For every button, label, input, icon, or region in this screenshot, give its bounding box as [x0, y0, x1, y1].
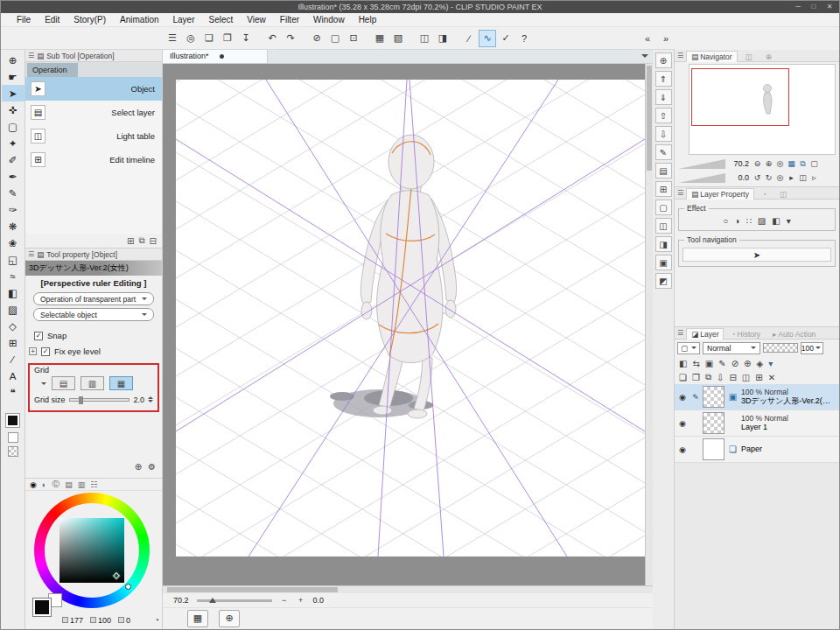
toolbar-icon[interactable]: [300, 30, 307, 47]
object-tool-shortcut-icon[interactable]: ➤: [753, 250, 760, 260]
grid-plane-button[interactable]: ▥: [80, 376, 104, 390]
layer-visibility-icon[interactable]: ◉: [676, 419, 689, 428]
color-panel-tab[interactable]: ⓒ: [52, 479, 60, 490]
toolbar-icon[interactable]: ❐: [219, 30, 236, 47]
quick-access-button[interactable]: ⊕: [655, 52, 672, 68]
navigator-rotate-button[interactable]: ↻: [763, 173, 774, 182]
navigator-zoom-button[interactable]: ⧉: [797, 159, 808, 169]
quick-access-button[interactable]: ▢: [655, 200, 672, 215]
tool-button[interactable]: ∕: [2, 351, 24, 368]
layer-visibility-icon[interactable]: ◉: [676, 445, 689, 454]
tool-button[interactable]: ✎: [2, 185, 24, 201]
zoom-in-button[interactable]: +: [297, 596, 305, 605]
chevron-down-icon[interactable]: [41, 382, 46, 388]
layer-row[interactable]: ◉ ✎ ▣ 100 % Normal 3Dデッサン人形-Ver.2(女性): [675, 384, 839, 410]
document-tab[interactable]: Illustration*: [163, 50, 268, 63]
color-panel-tab[interactable]: ◉: [30, 480, 37, 489]
layer-command-icon[interactable]: ⊟: [729, 373, 736, 382]
toolbar-icon[interactable]: ∿: [479, 30, 496, 47]
close-button[interactable]: ✕: [822, 1, 837, 12]
layer-command-icon[interactable]: ◫: [742, 373, 750, 382]
quick-access-button[interactable]: ◨: [655, 236, 672, 252]
toolbar-icon[interactable]: ↷: [282, 30, 299, 47]
navigator-rotate-button[interactable]: ▹: [808, 173, 820, 182]
toolbar-icon[interactable]: «: [639, 30, 656, 47]
navigator-rotate-slider[interactable]: [678, 173, 725, 183]
toolbar-icon[interactable]: ◎: [182, 30, 200, 47]
effect-icon[interactable]: ▾: [787, 216, 791, 226]
panel-menu-icon[interactable]: ☰: [677, 52, 683, 60]
zoom-slider-marker[interactable]: [209, 594, 216, 603]
layer-command-icon[interactable]: ▣: [705, 359, 713, 368]
panel-menu-icon[interactable]: ☰: [677, 329, 683, 337]
maximize-button[interactable]: □: [806, 1, 822, 12]
navigator-zoom-button[interactable]: ▢: [808, 159, 820, 169]
main-color-swatch[interactable]: [5, 413, 20, 428]
toolbar-icon[interactable]: [408, 30, 415, 47]
canvas-viewport[interactable]: [163, 64, 645, 585]
tool-button[interactable]: ⊕: [2, 52, 24, 68]
tool-button[interactable]: ✜: [2, 102, 24, 118]
tool-button[interactable]: ✑: [2, 201, 24, 218]
toolbar-icon[interactable]: ⊘: [308, 30, 326, 47]
layer-command-icon[interactable]: ⊕: [744, 359, 751, 368]
palette-color-combo[interactable]: ▢: [677, 342, 700, 354]
fix-eye-level-checkbox[interactable]: ✓: [41, 347, 50, 356]
layer-command-icon[interactable]: ❏: [679, 373, 687, 382]
tool-button[interactable]: A: [2, 368, 24, 384]
quick-access-button[interactable]: ✎: [655, 144, 672, 160]
grid-plane-button[interactable]: ▦: [109, 376, 133, 390]
toolbar-icon[interactable]: ⊡: [345, 30, 362, 47]
layer-command-icon[interactable]: ◈: [756, 359, 763, 368]
sub-tool-item[interactable]: ◫ Light table: [25, 124, 162, 148]
layer-command-icon[interactable]: ◧: [679, 359, 687, 368]
quick-access-button[interactable]: ▤: [655, 163, 672, 178]
tool-button[interactable]: ⊞: [2, 334, 24, 351]
sub-color-swatch[interactable]: [8, 432, 18, 443]
navigator-rotate-button[interactable]: ◎: [774, 173, 786, 182]
toolbar-icon[interactable]: ❏: [200, 30, 218, 47]
menu-item[interactable]: Layer: [166, 15, 202, 24]
effect-icon[interactable]: ○: [723, 216, 728, 226]
panel-menu-icon[interactable]: ☰: [28, 250, 34, 258]
quick-access-button[interactable]: ▣: [655, 255, 672, 270]
effect-icon[interactable]: ∷: [746, 216, 751, 226]
layer-panel-tab[interactable]: ◔ History: [725, 328, 766, 340]
navigator-zoom-button[interactable]: ⊖: [752, 159, 763, 169]
sub-tool-footer-icon[interactable]: ⊞: [127, 236, 134, 246]
menu-item[interactable]: Window: [306, 15, 352, 24]
tool-button[interactable]: ❋: [2, 218, 24, 234]
grid-plane-button[interactable]: ▤: [52, 376, 75, 390]
quick-access-button[interactable]: ⇧: [655, 108, 672, 123]
navigator-tab[interactable]: ▤ Navigator: [686, 51, 737, 62]
toolbar-icon[interactable]: ▧: [389, 30, 407, 47]
layer-command-icon[interactable]: ⊘: [732, 359, 738, 368]
navigator-rotate-button[interactable]: ◫: [797, 173, 808, 182]
layer-row[interactable]: ◉ 100 % Normal Layer 1: [675, 410, 839, 437]
quick-access-button[interactable]: ◩: [655, 273, 672, 289]
toolbar-icon[interactable]: »: [657, 30, 675, 47]
quick-access-button[interactable]: ◫: [655, 218, 672, 234]
layer-command-icon[interactable]: ⇆: [692, 359, 699, 368]
selectable-object-dropdown[interactable]: Selectable object: [33, 308, 154, 321]
layer-command-icon[interactable]: ✎: [718, 359, 725, 368]
menu-item[interactable]: File: [10, 15, 38, 24]
layer-thumbnail[interactable]: [703, 386, 724, 408]
navigator-zoom-button[interactable]: ⊕: [763, 159, 774, 169]
toolbar-icon[interactable]: ▢: [326, 30, 344, 47]
color-panel-tab[interactable]: ☷: [90, 480, 97, 489]
vertical-scrollbar[interactable]: [645, 64, 653, 585]
color-panel-tab[interactable]: ◐: [42, 480, 46, 489]
panel-menu-icon[interactable]: ☰: [677, 189, 683, 197]
expand-icon[interactable]: +: [29, 347, 37, 355]
approx-color-icon[interactable]: ◔: [154, 615, 159, 625]
sub-tool-item[interactable]: ➤ Object: [25, 77, 162, 101]
navigator-thumbnail[interactable]: [689, 64, 836, 155]
menu-item[interactable]: Select: [202, 15, 241, 24]
sub-tool-item[interactable]: ⊞ Edit timeline: [25, 148, 162, 172]
navigator-rotate-button[interactable]: ▸: [786, 173, 797, 182]
canvas-bottom-button[interactable]: ⊕: [219, 610, 240, 627]
tool-navigation-bar[interactable]: ➤: [682, 248, 831, 262]
panel-menu-icon[interactable]: ☰: [28, 52, 34, 60]
layer-command-icon[interactable]: ⇩: [717, 373, 724, 382]
